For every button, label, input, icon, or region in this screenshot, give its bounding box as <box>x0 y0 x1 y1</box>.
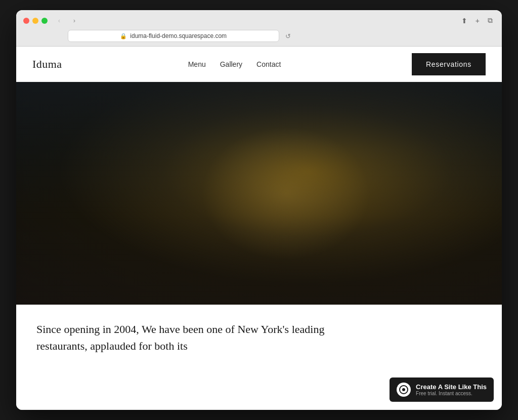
glow-overlay <box>201 127 371 260</box>
squarespace-badge-title: Create A Site Like This <box>416 383 487 391</box>
squarespace-logo <box>397 383 411 397</box>
tabs-button[interactable]: ⧉ <box>486 15 495 26</box>
browser-top-row: ‹ › ⬆ + ⧉ <box>23 15 495 26</box>
back-button[interactable]: ‹ <box>53 16 66 26</box>
browser-actions: ⬆ + ⧉ <box>459 15 495 26</box>
forward-button[interactable]: › <box>68 16 81 26</box>
address-bar-row: 🔒 iduma-fluid-demo.squarespace.com ↺ <box>23 30 495 42</box>
body-text-section: Since opening in 2004, We have been one … <box>16 305 502 364</box>
share-button[interactable]: ⬆ <box>459 16 469 26</box>
reservations-button[interactable]: Reservations <box>412 53 486 75</box>
address-bar[interactable]: 🔒 iduma-fluid-demo.squarespace.com <box>68 30 279 42</box>
site-nav: Iduma Menu Gallery Contact Reservations <box>16 47 502 82</box>
traffic-lights <box>23 18 48 24</box>
nav-links: Menu Gallery Contact <box>127 60 281 68</box>
browser-chrome: ‹ › ⬆ + ⧉ 🔒 iduma-fluid-demo.squarespace… <box>16 10 502 47</box>
nav-link-gallery[interactable]: Gallery <box>220 60 242 68</box>
traffic-light-green[interactable] <box>41 18 48 24</box>
browser-window: ‹ › ⬆ + ⧉ 🔒 iduma-fluid-demo.squarespace… <box>16 10 502 410</box>
reload-icon: ↺ <box>285 32 291 40</box>
traffic-light-red[interactable] <box>23 18 29 24</box>
squarespace-badge-subtitle: Free trial. Instant access. <box>416 391 487 396</box>
forward-icon: › <box>73 17 75 24</box>
nav-link-contact[interactable]: Contact <box>256 60 281 68</box>
browser-nav-buttons: ‹ › <box>53 16 81 26</box>
body-text-paragraph: Since opening in 2004, We have been one … <box>36 321 360 354</box>
reload-button[interactable]: ↺ <box>283 31 293 41</box>
lock-icon: 🔒 <box>120 33 127 39</box>
traffic-light-yellow[interactable] <box>32 18 38 24</box>
back-icon: ‹ <box>58 17 60 24</box>
url-text: iduma-fluid-demo.squarespace.com <box>130 32 227 39</box>
website: Iduma Menu Gallery Contact Reservations <box>16 47 502 410</box>
squarespace-text-block: Create A Site Like This Free trial. Inst… <box>416 383 487 396</box>
site-logo[interactable]: Iduma <box>32 58 62 71</box>
squarespace-logo-inner <box>399 385 408 394</box>
new-tab-button[interactable]: + <box>473 16 482 26</box>
nav-link-menu[interactable]: Menu <box>188 60 206 68</box>
hero-image <box>16 82 502 305</box>
squarespace-badge[interactable]: Create A Site Like This Free trial. Inst… <box>390 377 494 402</box>
